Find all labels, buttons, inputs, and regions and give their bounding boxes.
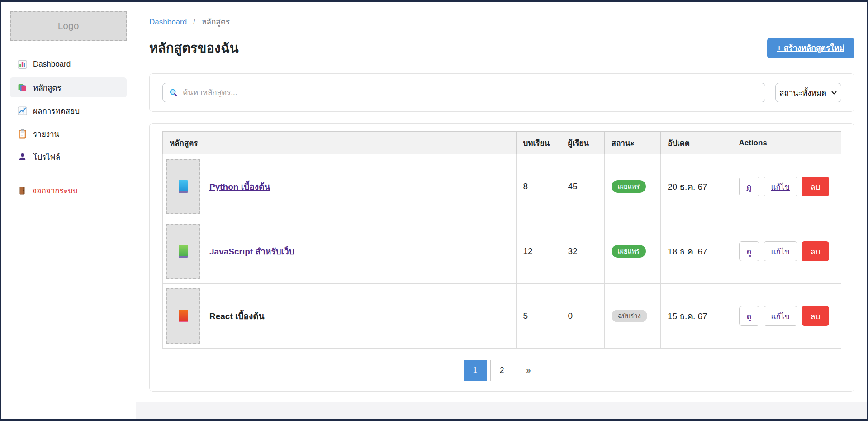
book-icon bbox=[179, 180, 188, 193]
sidebar-item-label: หลักสูตร bbox=[33, 81, 61, 94]
view-button[interactable]: ดู bbox=[739, 241, 759, 261]
sidebar-item-label: รายงาน bbox=[33, 128, 59, 140]
book-icon bbox=[179, 245, 188, 258]
course-title[interactable]: JavaScript สำหรับเว็บ bbox=[209, 244, 294, 258]
edit-button[interactable]: แก้ไข bbox=[764, 241, 797, 261]
sidebar-divider bbox=[11, 174, 126, 174]
pagination-page-button[interactable]: 1 bbox=[464, 360, 487, 381]
search-input[interactable] bbox=[162, 83, 765, 102]
breadcrumb: Dashboard / หลักสูตร bbox=[149, 15, 854, 28]
sidebar: Logo Dashboardหลักสูตรผลการทดสอบรายงานโป… bbox=[1, 2, 136, 419]
actions-cell: ดูแก้ไขลบ bbox=[732, 284, 841, 349]
status-cell: เผยแพร่ bbox=[604, 154, 661, 219]
sidebar-item-reports[interactable]: รายงาน bbox=[10, 124, 127, 144]
table-row: Python เบื้องต้น845เผยแพร่20 ธ.ค. 67ดูแก… bbox=[163, 154, 841, 219]
students-cell: 32 bbox=[561, 219, 604, 284]
page-header: หลักสูตรของฉัน + สร้างหลักสูตรใหม่ bbox=[149, 38, 854, 58]
lessons-cell: 8 bbox=[516, 154, 561, 219]
column-header: หลักสูตร bbox=[163, 132, 517, 154]
search-icon bbox=[169, 88, 178, 97]
page: Logo Dashboardหลักสูตรผลการทดสอบรายงานโป… bbox=[0, 0, 868, 421]
courses-table-card: หลักสูตรบทเรียนผู้เรียนสถานะอัปเดตAction… bbox=[149, 123, 854, 392]
course-title: React เบื้องต้น bbox=[209, 309, 265, 323]
sidebar-menu: Dashboardหลักสูตรผลการทดสอบรายงานโปรไฟล์ bbox=[10, 54, 127, 167]
lessons-cell: 5 bbox=[516, 284, 561, 349]
course-thumbnail bbox=[166, 159, 200, 214]
students-cell: 45 bbox=[561, 154, 604, 219]
status-badge: เผยแพร่ bbox=[612, 245, 646, 258]
table-header-row: หลักสูตรบทเรียนผู้เรียนสถานะอัปเดตAction… bbox=[163, 132, 841, 154]
status-badge: ฉบับร่าง bbox=[612, 310, 647, 323]
courses-table: หลักสูตรบทเรียนผู้เรียนสถานะอัปเดตAction… bbox=[162, 131, 841, 349]
chevron-down-icon bbox=[831, 90, 837, 96]
students-cell: 0 bbox=[561, 284, 604, 349]
page-title: หลักสูตรของฉัน bbox=[149, 38, 239, 58]
course-cell-inner: Python เบื้องต้น bbox=[166, 159, 509, 214]
delete-button[interactable]: ลบ bbox=[802, 306, 829, 326]
sidebar-item-dashboard[interactable]: Dashboard bbox=[10, 54, 127, 74]
main-area: Dashboard / หลักสูตร หลักสูตรของฉัน + สร… bbox=[136, 2, 867, 419]
course-title[interactable]: Python เบื้องต้น bbox=[209, 180, 270, 193]
view-button[interactable]: ดู bbox=[739, 177, 759, 196]
sidebar-item-test-results[interactable]: ผลการทดสอบ bbox=[10, 100, 127, 120]
course-cell-inner: JavaScript สำหรับเว็บ bbox=[166, 224, 509, 279]
course-thumbnail bbox=[166, 288, 200, 344]
actions-cell: ดูแก้ไขลบ bbox=[732, 154, 841, 219]
logo-placeholder: Logo bbox=[10, 11, 127, 41]
table-row: React เบื้องต้น50ฉบับร่าง15 ธ.ค. 67ดูแก้… bbox=[163, 284, 841, 349]
column-header: สถานะ bbox=[604, 132, 661, 154]
course-cell: JavaScript สำหรับเว็บ bbox=[163, 219, 517, 284]
course-cell: Python เบื้องต้น bbox=[163, 154, 517, 219]
breadcrumb-separator: / bbox=[193, 18, 195, 26]
sidebar-item-label: Dashboard bbox=[33, 60, 71, 69]
delete-button[interactable]: ลบ bbox=[802, 177, 829, 196]
status-filter-select[interactable]: สถานะทั้งหมด bbox=[775, 83, 841, 102]
reports-icon bbox=[18, 129, 27, 139]
table-row: JavaScript สำหรับเว็บ1232เผยแพร่18 ธ.ค. … bbox=[163, 219, 841, 284]
updated-cell: 20 ธ.ค. 67 bbox=[661, 154, 732, 219]
pagination: 12» bbox=[162, 360, 841, 381]
status-filter-value: สถานะทั้งหมด bbox=[779, 86, 826, 99]
breadcrumb-current: หลักสูตร bbox=[201, 18, 229, 26]
door-icon bbox=[18, 186, 27, 195]
breadcrumb-dashboard-link[interactable]: Dashboard bbox=[149, 18, 187, 26]
course-cell-inner: React เบื้องต้น bbox=[166, 288, 509, 344]
column-header: Actions bbox=[732, 132, 841, 154]
actions-group: ดูแก้ไขลบ bbox=[739, 306, 835, 326]
edit-button[interactable]: แก้ไข bbox=[764, 177, 797, 196]
pagination-page-button[interactable]: 2 bbox=[490, 360, 513, 381]
pagination-next-button[interactable]: » bbox=[517, 360, 540, 381]
create-course-button[interactable]: + สร้างหลักสูตรใหม่ bbox=[767, 38, 854, 58]
column-header: อัปเดต bbox=[661, 132, 732, 154]
course-thumbnail bbox=[166, 224, 200, 279]
search-wrap bbox=[162, 83, 765, 102]
updated-cell: 15 ธ.ค. 67 bbox=[661, 284, 732, 349]
footer-filler bbox=[136, 402, 867, 419]
profile-icon bbox=[18, 152, 27, 162]
edit-button[interactable]: แก้ไข bbox=[764, 306, 797, 326]
logout-label: ออกจากระบบ bbox=[32, 184, 77, 196]
sidebar-item-profile[interactable]: โปรไฟล์ bbox=[10, 147, 127, 167]
sidebar-item-courses[interactable]: หลักสูตร bbox=[10, 77, 127, 97]
status-badge: เผยแพร่ bbox=[612, 180, 646, 193]
results-icon bbox=[18, 106, 27, 115]
book-icon bbox=[179, 310, 188, 322]
dashboard-icon bbox=[18, 60, 27, 69]
logout-link[interactable]: ออกจากระบบ bbox=[10, 181, 127, 200]
sidebar-item-label: ผลการทดสอบ bbox=[33, 105, 80, 117]
actions-group: ดูแก้ไขลบ bbox=[739, 177, 835, 196]
view-button[interactable]: ดู bbox=[739, 306, 759, 326]
main-content: Dashboard / หลักสูตร หลักสูตรของฉัน + สร… bbox=[136, 2, 867, 392]
column-header: บทเรียน bbox=[516, 132, 561, 154]
column-header: ผู้เรียน bbox=[561, 132, 604, 154]
actions-cell: ดูแก้ไขลบ bbox=[732, 219, 841, 284]
delete-button[interactable]: ลบ bbox=[802, 241, 829, 261]
sidebar-item-label: โปรไฟล์ bbox=[33, 151, 60, 163]
filter-card: สถานะทั้งหมด bbox=[149, 73, 854, 112]
status-cell: ฉบับร่าง bbox=[604, 284, 661, 349]
actions-group: ดูแก้ไขลบ bbox=[739, 241, 835, 261]
course-cell: React เบื้องต้น bbox=[163, 284, 517, 349]
courses-icon bbox=[18, 83, 27, 92]
lessons-cell: 12 bbox=[516, 219, 561, 284]
status-cell: เผยแพร่ bbox=[604, 219, 661, 284]
